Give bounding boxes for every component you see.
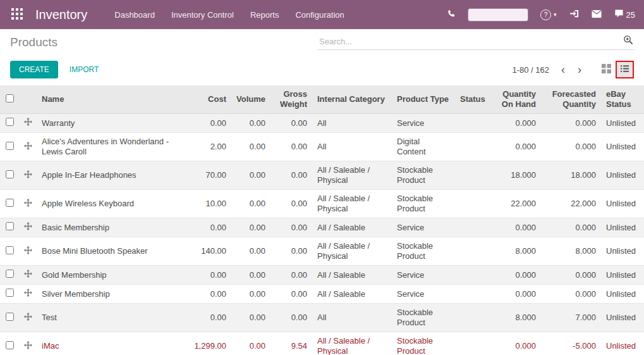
table-row[interactable]: Bose Mini Bluetooth Speaker 140.00 0.00 … [0, 237, 644, 266]
forecasted-qty-cell[interactable]: -5.000 [541, 332, 601, 355]
table-row[interactable]: Warranty 0.00 0.00 0.00 All Service 0.00… [0, 114, 644, 133]
drag-handle[interactable] [19, 190, 37, 218]
table-row[interactable]: Gold Membership 0.00 0.00 0.00 All / Sal… [0, 266, 644, 285]
product-name-cell[interactable]: Bose Mini Bluetooth Speaker [37, 237, 188, 266]
apps-menu-button[interactable] [8, 4, 27, 25]
product-name-cell[interactable]: Warranty [37, 114, 188, 133]
gross-weight-cell[interactable]: 0.00 [270, 161, 312, 190]
product-name-cell[interactable]: Apple In-Ear Headphones [37, 161, 188, 190]
gross-weight-cell[interactable]: 0.00 [270, 304, 312, 332]
volume-cell[interactable]: 0.00 [231, 133, 270, 161]
messages-button[interactable] [592, 9, 602, 20]
qty-on-hand-cell[interactable]: 8.000 [485, 304, 541, 332]
gross-weight-cell[interactable]: 0.00 [270, 114, 312, 133]
status-cell[interactable] [455, 304, 485, 332]
gross-weight-cell[interactable]: 0.00 [270, 190, 312, 218]
cost-cell[interactable]: 0.00 [188, 304, 231, 332]
internal-category-cell[interactable]: All / Saleable / Physical [312, 161, 392, 190]
internal-category-cell[interactable]: All / Saleable / Physical [312, 332, 392, 355]
qty-on-hand-cell[interactable]: 22.000 [485, 190, 541, 218]
status-cell[interactable] [455, 266, 485, 285]
column-header-internal-category[interactable]: Internal Category [312, 85, 392, 114]
drag-handle[interactable] [19, 133, 37, 161]
status-cell[interactable] [455, 114, 485, 133]
table-row[interactable]: Basic Membership 0.00 0.00 0.00 All / Sa… [0, 218, 644, 237]
select-all-checkbox[interactable] [6, 94, 14, 103]
nav-item-dashboard[interactable]: Dashboard [106, 0, 163, 29]
status-cell[interactable] [455, 218, 485, 237]
ebay-status-cell[interactable]: Unlisted [601, 304, 644, 332]
row-checkbox[interactable] [6, 289, 14, 297]
forecasted-qty-cell[interactable]: 22.000 [541, 190, 601, 218]
product-name-cell[interactable]: Basic Membership [37, 218, 188, 237]
qty-on-hand-cell[interactable]: 8.000 [485, 237, 541, 266]
internal-category-cell[interactable]: All / Saleable / Physical [312, 190, 392, 218]
cost-cell[interactable]: 140.00 [188, 237, 231, 266]
qty-on-hand-cell[interactable]: 0.000 [485, 285, 541, 304]
product-name-cell[interactable]: Test [37, 304, 188, 332]
internal-category-cell[interactable]: All [312, 304, 392, 332]
status-cell[interactable] [455, 190, 485, 218]
cost-cell[interactable]: 0.00 [188, 266, 231, 285]
drag-handle[interactable] [19, 266, 37, 285]
status-cell[interactable] [455, 133, 485, 161]
table-row[interactable]: Apple In-Ear Headphones 70.00 0.00 0.00 … [0, 161, 644, 190]
gross-weight-cell[interactable]: 0.00 [270, 285, 312, 304]
cost-cell[interactable]: 10.00 [188, 190, 231, 218]
cost-cell[interactable]: 0.00 [188, 285, 231, 304]
product-name-cell[interactable]: Alice's Adventures in Wonderland - Lewis… [37, 133, 188, 161]
qty-on-hand-cell[interactable]: 0.000 [485, 332, 541, 355]
product-name-cell[interactable]: iMac [37, 332, 188, 355]
cost-cell[interactable]: 70.00 [188, 161, 231, 190]
column-header-product-type[interactable]: Product Type [392, 85, 455, 114]
gross-weight-cell[interactable]: 0.00 [270, 218, 312, 237]
table-row[interactable]: Silver Membership 0.00 0.00 0.00 All / S… [0, 285, 644, 304]
row-checkbox[interactable] [6, 270, 14, 278]
list-view-button[interactable] [617, 62, 633, 77]
cost-cell[interactable]: 0.00 [188, 218, 231, 237]
forecasted-qty-cell[interactable]: 0.000 [541, 133, 601, 161]
redacted-user-field[interactable] [468, 9, 528, 21]
ebay-status-cell[interactable]: Unlisted [601, 332, 644, 355]
volume-cell[interactable]: 0.00 [231, 190, 270, 218]
drag-handle[interactable] [19, 114, 37, 133]
help-menu-button[interactable]: ? ▾ [540, 9, 557, 20]
forecasted-qty-cell[interactable]: 0.000 [541, 266, 601, 285]
pager-previous-button[interactable]: ‹ [557, 64, 569, 75]
volume-cell[interactable]: 0.00 [231, 332, 270, 355]
column-header-ebay-status[interactable]: eBay Status [601, 85, 644, 114]
product-type-cell[interactable]: Service [392, 285, 455, 304]
row-checkbox[interactable] [6, 341, 14, 349]
row-checkbox[interactable] [6, 222, 14, 230]
forecasted-qty-cell[interactable]: 8.000 [541, 237, 601, 266]
table-row[interactable]: Alice's Adventures in Wonderland - Lewis… [0, 133, 644, 161]
search-input[interactable] [318, 36, 623, 47]
row-checkbox[interactable] [6, 199, 14, 207]
row-checkbox[interactable] [6, 246, 14, 254]
nav-item-inventory-control[interactable]: Inventory Control [163, 0, 242, 29]
row-checkbox[interactable] [6, 118, 14, 126]
product-name-cell[interactable]: Silver Membership [37, 285, 188, 304]
internal-category-cell[interactable]: All / Saleable / Physical [312, 237, 392, 266]
table-row[interactable]: iMac 1,299.00 0.00 9.54 All / Saleable /… [0, 332, 644, 355]
row-checkbox[interactable] [6, 170, 14, 178]
drag-handle[interactable] [19, 285, 37, 304]
row-checkbox[interactable] [6, 313, 14, 321]
drag-handle[interactable] [19, 237, 37, 266]
internal-category-cell[interactable]: All / Saleable [312, 285, 392, 304]
create-button[interactable]: CREATE [10, 61, 58, 78]
table-row[interactable]: Apple Wireless Keyboard 10.00 0.00 0.00 … [0, 190, 644, 218]
gross-weight-cell[interactable]: 0.00 [270, 133, 312, 161]
drag-handle[interactable] [19, 161, 37, 190]
status-cell[interactable] [455, 237, 485, 266]
ebay-status-cell[interactable]: Unlisted [601, 218, 644, 237]
status-cell[interactable] [455, 332, 485, 355]
qty-on-hand-cell[interactable]: 0.000 [485, 133, 541, 161]
product-type-cell[interactable]: Stockable Product [392, 190, 455, 218]
product-type-cell[interactable]: Service [392, 114, 455, 133]
volume-cell[interactable]: 0.00 [231, 304, 270, 332]
import-button[interactable]: IMPORT [63, 61, 105, 78]
product-type-cell[interactable]: Service [392, 266, 455, 285]
volume-cell[interactable]: 0.00 [231, 114, 270, 133]
drag-handle[interactable] [19, 218, 37, 237]
